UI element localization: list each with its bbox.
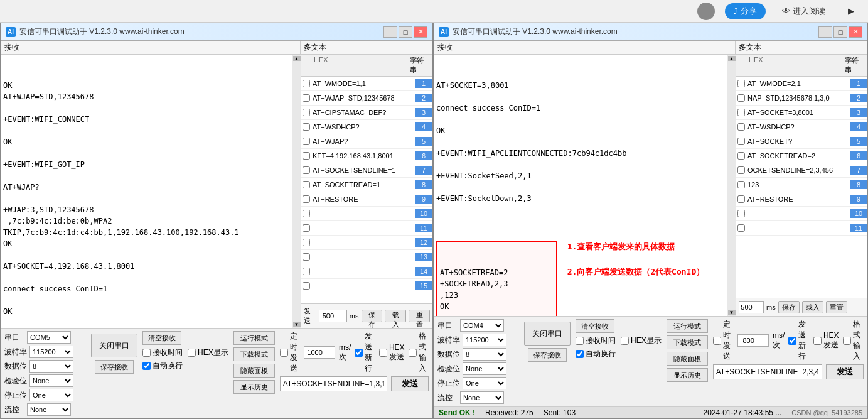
mt-check-left-2[interactable] (303, 94, 310, 102)
mt-check-left-14[interactable] (303, 268, 310, 275)
mt-check-left-12[interactable] (303, 239, 310, 246)
mt-send-left-4[interactable]: 4 (415, 122, 432, 131)
hex-display-checkbox-right[interactable] (621, 337, 629, 345)
mt-check-left-15[interactable] (303, 282, 310, 290)
send-text-input-left[interactable] (280, 376, 387, 391)
mt-send-left-6[interactable]: 6 (415, 151, 432, 160)
stopbits-select-right[interactable]: One (463, 377, 506, 389)
mt-send-left-15[interactable]: 15 (415, 281, 432, 290)
receive-time-checkbox-left[interactable] (142, 349, 151, 357)
receive-content-left[interactable]: OK AT+WJAP=STD,12345678 +EVENT:WIFI_CONN… (1, 55, 292, 328)
mt-check-right-11[interactable] (737, 224, 745, 232)
mt-send-right-11[interactable]: 11 (850, 224, 867, 232)
mt-send-left-12[interactable]: 12 (415, 238, 432, 247)
com-port-select-left[interactable]: COM5 (27, 331, 71, 344)
read-mode-button[interactable]: 👁 进入阅读 (776, 3, 832, 19)
send-newline-checkbox-right[interactable] (788, 337, 796, 345)
databits-select-left[interactable]: 8 (29, 360, 73, 373)
clear-receive-btn-right[interactable]: 清空接收 (576, 319, 614, 333)
play-button[interactable]: ▶ (842, 4, 860, 18)
mt-check-left-7[interactable] (303, 166, 310, 174)
baud-select-left[interactable]: 115200 (29, 346, 73, 358)
timed-send-checkbox-right[interactable] (713, 337, 721, 345)
databits-select-right[interactable]: 8 (463, 348, 506, 361)
save-receive-btn-right[interactable]: 保存接收 (528, 348, 567, 362)
receive-content-right[interactable]: AT+SOCKET=3,8001 connect success ConID=1… (434, 55, 727, 316)
mt-send-left-14[interactable]: 14 (415, 267, 432, 276)
mt-check-left-5[interactable] (303, 138, 310, 145)
send-newline-checkbox-left[interactable] (355, 349, 363, 357)
send-btn-right[interactable]: 发送 (826, 364, 864, 379)
minimize-btn-right[interactable]: — (818, 26, 832, 38)
flow-select-right[interactable]: None (460, 391, 504, 404)
save-btn-right[interactable]: 保存 (778, 301, 800, 313)
auto-newline-checkbox-right[interactable] (576, 350, 584, 358)
mt-check-left-11[interactable] (303, 224, 310, 232)
maximize-btn-left[interactable]: □ (399, 26, 412, 38)
mt-send-right-1[interactable]: 1 (850, 79, 867, 88)
mt-check-left-10[interactable] (303, 210, 310, 217)
close-btn-left[interactable]: ✕ (414, 26, 427, 38)
mt-send-left-1[interactable]: 1 (415, 79, 432, 88)
load-btn-left[interactable]: 载入 (385, 310, 406, 322)
hex-send-checkbox-left[interactable] (379, 349, 387, 357)
timed-interval-input-left[interactable] (304, 346, 335, 359)
timed-interval-input-right[interactable] (737, 334, 769, 347)
hex-display-checkbox-left[interactable] (188, 349, 196, 357)
mt-check-right-9[interactable] (737, 195, 745, 203)
mt-send-right-3[interactable]: 3 (850, 108, 867, 117)
maximize-btn-right[interactable]: □ (833, 26, 847, 38)
mt-check-left-1[interactable] (303, 80, 310, 87)
flow-select-left[interactable]: None (27, 403, 71, 416)
send-text-input-right[interactable] (713, 364, 822, 379)
mt-send-left-8[interactable]: 8 (415, 180, 432, 189)
show-history-btn-right[interactable]: 显示历史 (667, 368, 708, 382)
mt-send-left-5[interactable]: 5 (415, 137, 432, 146)
run-mode-btn-right[interactable]: 运行模式 (667, 319, 708, 333)
mt-send-right-4[interactable]: 4 (850, 122, 867, 131)
mt-send-right-7[interactable]: 7 (850, 166, 867, 175)
mt-send-left-7[interactable]: 7 (415, 166, 432, 175)
com-port-select-right[interactable]: COM4 (460, 319, 504, 332)
interval-input-left[interactable] (319, 310, 347, 322)
open-port-btn-right[interactable]: 关闭串口 (524, 322, 571, 346)
download-mode-btn-left[interactable]: 下载模式 (233, 347, 275, 361)
send-btn-left[interactable]: 发送 (391, 376, 429, 391)
auto-newline-checkbox-left[interactable] (142, 362, 151, 370)
mt-check-right-4[interactable] (737, 123, 745, 131)
stopbits-select-left[interactable]: One (29, 389, 73, 401)
mt-send-left-3[interactable]: 3 (415, 108, 432, 117)
share-button[interactable]: ⤴ 分享 (725, 3, 766, 19)
format-input-checkbox-right[interactable] (843, 337, 851, 345)
receive-time-checkbox-right[interactable] (576, 337, 584, 345)
interval-input-right[interactable] (739, 301, 764, 313)
download-mode-btn-right[interactable]: 下载模式 (667, 335, 708, 349)
show-history-btn-left[interactable]: 显示历史 (233, 380, 275, 394)
close-btn-right[interactable]: ✕ (849, 26, 862, 38)
save-btn-left[interactable]: 保存 (362, 310, 383, 322)
mt-send-left-11[interactable]: 11 (415, 224, 432, 232)
mt-check-left-13[interactable] (303, 253, 310, 261)
run-mode-btn-left[interactable]: 运行模式 (233, 331, 275, 345)
mt-send-right-5[interactable]: 5 (850, 137, 867, 146)
mt-check-left-6[interactable] (303, 152, 310, 160)
parity-select-right[interactable]: None (463, 362, 506, 375)
baud-select-right[interactable]: 115200 (463, 334, 506, 346)
mt-send-left-10[interactable]: 10 (415, 209, 432, 218)
scrollbar-right[interactable]: ▲ ▼ (727, 55, 736, 316)
format-input-checkbox-left[interactable] (409, 349, 417, 357)
mt-check-right-6[interactable] (737, 152, 745, 160)
clear-receive-btn-left[interactable]: 清空接收 (142, 331, 181, 345)
hide-panel-btn-left[interactable]: 隐藏面板 (233, 364, 275, 378)
scrollbar-left[interactable]: ▲ ▼ (292, 55, 301, 328)
load-btn-right[interactable]: 载入 (802, 301, 823, 313)
open-port-btn-left[interactable]: 关闭串口 (91, 334, 137, 357)
mt-check-left-4[interactable] (303, 123, 310, 131)
mt-send-right-10[interactable]: 10 (850, 209, 867, 218)
mt-check-right-8[interactable] (737, 181, 745, 188)
save-receive-btn-left[interactable]: 保存接收 (95, 360, 134, 374)
mt-send-right-9[interactable]: 9 (850, 195, 867, 204)
parity-select-left[interactable]: None (29, 374, 73, 387)
hex-send-checkbox-right[interactable] (813, 337, 822, 345)
mt-send-right-8[interactable]: 8 (850, 180, 867, 189)
